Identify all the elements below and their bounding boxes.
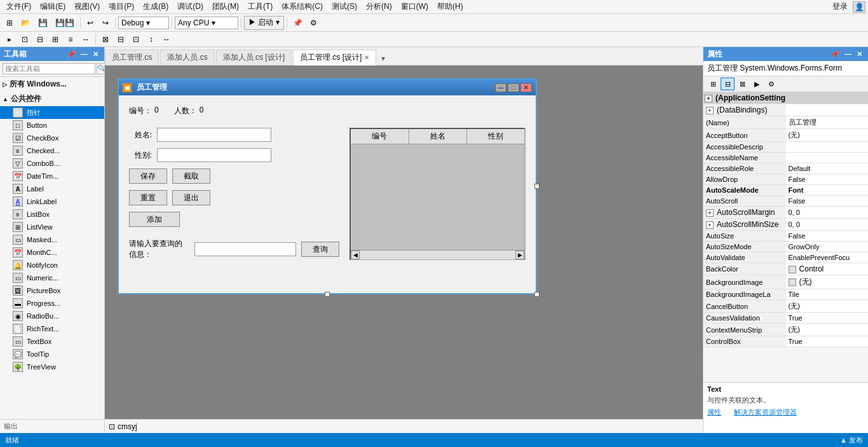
menu-team[interactable]: 团队(M): [208, 0, 243, 13]
t2-align1[interactable]: ⊠: [98, 32, 112, 46]
toolbox-item-tooltip[interactable]: 💬 ToolTip: [0, 348, 104, 361]
toolbox-item-monthcalendar[interactable]: 📅 MonthC...: [0, 246, 104, 259]
toolbox-group-common-header[interactable]: ▲ 公共控件: [0, 92, 104, 106]
props-footer-link-solution[interactable]: 解决方案资源管理器: [734, 408, 797, 418]
resize-handle-bottom[interactable]: [325, 292, 330, 297]
props-view-settings-btn[interactable]: ⚙: [764, 78, 778, 90]
t2-btn3[interactable]: ⊟: [33, 32, 47, 46]
menu-window[interactable]: 窗口(W): [397, 0, 432, 13]
query-button[interactable]: 查询: [301, 242, 339, 257]
name-input[interactable]: [157, 128, 271, 142]
pin-btn[interactable]: 📌: [290, 16, 306, 30]
new-btn[interactable]: ⊞: [3, 16, 17, 30]
toolbox-item-datetimepicker[interactable]: 📅 DateTim...: [0, 170, 104, 182]
toolbox-item-picturebox[interactable]: 🖼 PictureBox: [0, 284, 104, 297]
props-view-events-btn[interactable]: ▶: [750, 78, 764, 90]
autoscrollminsize-expand-icon[interactable]: +: [706, 221, 714, 229]
toolbox-item-pointer[interactable]: ↖ 指针: [0, 106, 104, 119]
menu-test[interactable]: 测试(S): [328, 0, 361, 13]
t2-btn2[interactable]: ⊡: [18, 32, 32, 46]
menu-file[interactable]: 文件(F): [3, 0, 35, 13]
resize-handle-right[interactable]: [534, 184, 539, 189]
toolbox-item-label[interactable]: A Label: [0, 182, 104, 195]
save-button[interactable]: 保存: [129, 168, 167, 184]
t2-btn5[interactable]: ≡: [64, 32, 78, 46]
toolbox-item-richtextbox[interactable]: 📄 RichText...: [0, 322, 104, 335]
reset-button[interactable]: 重置: [129, 190, 167, 205]
props-view-properties-btn[interactable]: ⊠: [735, 78, 749, 90]
cut-button[interactable]: 截取: [172, 168, 210, 184]
appsettings-expand-icon[interactable]: +: [705, 95, 712, 102]
account-icon[interactable]: 👤: [853, 1, 865, 13]
toolbox-item-textbox[interactable]: ▭ TextBox: [0, 335, 104, 348]
menu-arch[interactable]: 体系结构(C): [278, 0, 327, 13]
toolbox-minimize-btn[interactable]: —: [79, 50, 90, 58]
tab-close-btn[interactable]: ✕: [364, 54, 369, 61]
props-view-alphabetical-btn[interactable]: ⊟: [721, 78, 735, 90]
toolbox-item-numericupdown[interactable]: ▭ Numeric...: [0, 272, 104, 284]
toolbox-item-listview[interactable]: ⊞ ListView: [0, 221, 104, 233]
more-btn[interactable]: ⚙: [307, 16, 321, 30]
save-btn[interactable]: 💾: [35, 16, 51, 30]
form-minimize-btn[interactable]: —: [495, 83, 506, 92]
toolbox-item-treeview[interactable]: 🌳 TreeView: [0, 361, 104, 373]
resize-handle-corner[interactable]: [534, 292, 539, 297]
t2-btn1[interactable]: ▸: [3, 32, 17, 46]
tab-addperson-cs[interactable]: 添加人员.cs: [160, 50, 214, 65]
exit-button[interactable]: 退出: [172, 190, 210, 205]
toolbox-item-checkedlist[interactable]: ≡ Checked...: [0, 144, 104, 157]
redo-btn[interactable]: ↪: [98, 16, 112, 30]
toolbox-item-notifyicon[interactable]: 🔔 NotifyIcon: [0, 259, 104, 272]
toolbox-item-combobox[interactable]: ▽ ComboB...: [0, 157, 104, 170]
tab-addperson-design[interactable]: 添加人员.cs [设计]: [216, 50, 292, 65]
menu-view[interactable]: 视图(V): [71, 0, 104, 13]
cpu-config-dropdown[interactable]: Any CPU▾: [175, 17, 238, 29]
query-input[interactable]: [194, 242, 296, 256]
grid-scroll-right[interactable]: ▶: [515, 251, 524, 259]
toolbox-pin-btn[interactable]: 📌: [65, 50, 78, 58]
databindings-expand-icon[interactable]: +: [706, 107, 714, 114]
start-btn[interactable]: ▶ 启动 ▾: [244, 16, 284, 30]
props-footer-link-properties[interactable]: 属性: [707, 408, 721, 418]
t2-align3[interactable]: ⊡: [129, 32, 143, 46]
menu-edit[interactable]: 编辑(E): [36, 0, 69, 13]
toolbox-group-allwindows-header[interactable]: ▷ 所有 Windows...: [0, 77, 104, 92]
props-minimize-btn[interactable]: —: [843, 50, 853, 58]
save-all-btn[interactable]: 💾💾: [52, 16, 78, 30]
debug-config-dropdown[interactable]: Debug▾: [118, 17, 169, 29]
toolbox-item-masked[interactable]: ▭ Masked...: [0, 233, 104, 246]
toolbox-item-button[interactable]: □ Button: [0, 119, 104, 132]
menu-analyze[interactable]: 分析(N): [362, 0, 396, 13]
menu-project[interactable]: 项目(P): [105, 0, 138, 13]
toolbox-item-checkbox[interactable]: ☑ CheckBox: [0, 132, 104, 144]
props-close-btn[interactable]: ✕: [855, 50, 864, 58]
grid-scroll-left[interactable]: ◀: [351, 251, 360, 259]
grid-scroll-track[interactable]: [360, 251, 515, 259]
toolbox-search-button[interactable]: 🔍: [97, 63, 105, 74]
tab-scroll-arrow[interactable]: ▾: [377, 52, 389, 65]
tab-employee-design[interactable]: 员工管理.cs [设计] ✕: [293, 50, 376, 65]
open-btn[interactable]: 📂: [18, 16, 34, 30]
t2-align2[interactable]: ⊟: [114, 32, 128, 46]
menu-help[interactable]: 帮助(H): [433, 0, 467, 13]
props-view-categories-btn[interactable]: ⊞: [706, 78, 720, 90]
tab-employee-cs[interactable]: 员工管理.cs: [105, 50, 159, 65]
props-pin-btn[interactable]: 📌: [829, 50, 841, 58]
form-maximize-btn[interactable]: □: [508, 83, 519, 92]
login-link[interactable]: 登录: [829, 0, 851, 13]
undo-btn[interactable]: ↩: [83, 16, 97, 30]
toolbox-item-linklabel[interactable]: A LinkLabel: [0, 195, 104, 208]
toolbox-close-btn[interactable]: ✕: [91, 50, 100, 58]
toolbox-item-radiobutton[interactable]: ◉ RadioBu...: [0, 310, 104, 322]
t2-btn4[interactable]: ⊞: [48, 32, 62, 46]
menu-build[interactable]: 生成(B): [139, 0, 172, 13]
toolbox-search-input[interactable]: [3, 63, 95, 74]
add-button[interactable]: 添加: [129, 212, 180, 227]
form-close-btn[interactable]: ✕: [520, 83, 532, 92]
menu-tools[interactable]: 工具(T): [244, 0, 276, 13]
t2-align4[interactable]: ↕: [144, 32, 158, 46]
sex-input[interactable]: [157, 148, 271, 162]
toolbox-item-listbox[interactable]: ≡ ListBox: [0, 208, 104, 221]
t2-align5[interactable]: ↔: [159, 32, 173, 46]
toolbox-item-progressbar[interactable]: ▬ Progress...: [0, 297, 104, 310]
